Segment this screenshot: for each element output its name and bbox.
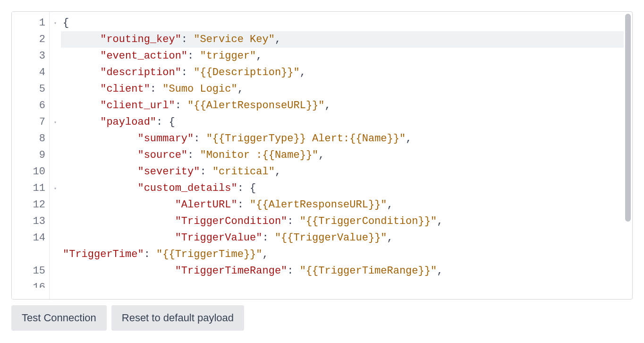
json-punct: , — [387, 232, 393, 244]
json-punct: : — [156, 116, 169, 128]
line-number: 1 — [12, 15, 49, 31]
json-punct: : — [150, 83, 162, 95]
json-punct: : — [287, 265, 299, 277]
json-punct: , — [275, 34, 281, 45]
json-brace: { — [63, 17, 69, 29]
json-key: "severity" — [137, 166, 200, 178]
code-line[interactable]: "client": "Sumo Logic", — [61, 81, 624, 97]
code-area[interactable]: { "routing_key": "Service Key", "event_a… — [61, 12, 624, 299]
json-punct: : — [187, 50, 200, 62]
code-line[interactable]: "payload": { — [61, 114, 624, 130]
fold-toggle-icon[interactable]: ▾ — [54, 186, 57, 191]
line-number: 14 — [12, 230, 49, 246]
line-number: 3 — [12, 48, 49, 64]
json-string: "Monitor :{{Name}}" — [200, 149, 318, 161]
scrollbar[interactable] — [624, 12, 632, 299]
line-number-gutter: 12345678910111213141516 — [12, 12, 50, 299]
json-string: "{{TriggerValue}}" — [275, 232, 387, 244]
scrollbar-thumb[interactable] — [625, 14, 631, 222]
json-key: "TriggerValue" — [175, 232, 263, 244]
json-key: "event_action" — [100, 50, 187, 62]
json-key: "source" — [137, 149, 187, 161]
json-string: "trigger" — [200, 50, 256, 62]
json-string: "{{TriggerCondition}}" — [300, 215, 437, 227]
json-brace: { — [169, 116, 175, 128]
code-line[interactable]: "description": "{{Description}}", — [61, 64, 624, 81]
json-punct: : — [262, 232, 274, 244]
json-punct: : — [194, 133, 206, 145]
line-number: 6 — [12, 97, 49, 114]
fold-toggle-icon[interactable]: ▾ — [54, 20, 57, 26]
json-key: "client_url" — [100, 100, 175, 111]
test-connection-button[interactable]: Test Connection — [11, 305, 107, 331]
code-line[interactable]: "summary": "{{TriggerType}} Alert:{{Name… — [61, 130, 624, 147]
json-key: "TriggerCondition" — [175, 215, 288, 227]
json-punct: : — [237, 199, 250, 211]
code-line[interactable]: "custom_details": { — [61, 180, 624, 197]
line-number: 15 — [12, 263, 49, 279]
json-punct: : — [237, 182, 250, 194]
json-punct: , — [262, 249, 268, 260]
json-key: "AlertURL" — [175, 199, 237, 211]
json-string: "{{TriggerTime}}" — [156, 249, 262, 260]
json-string: "{{AlertResponseURL}}" — [250, 199, 387, 211]
json-string: "{{Description}}" — [194, 67, 299, 78]
code-line-wrapped[interactable]: "TriggerTime": "{{TriggerTime}}", — [61, 246, 624, 263]
json-key: "client" — [100, 83, 150, 95]
code-line[interactable]: "TriggerTimeRange": "{{TriggerTimeRange}… — [61, 263, 624, 279]
json-key: "TriggerTime" — [63, 249, 144, 260]
code-line[interactable]: "TriggerValue": "{{TriggerValue}}", — [61, 230, 624, 246]
code-line[interactable]: "TriggerCondition": "{{TriggerCondition}… — [61, 213, 624, 230]
line-number: 8 — [12, 130, 49, 147]
line-number: 5 — [12, 81, 49, 97]
json-string: "Sumo Logic" — [162, 83, 237, 95]
json-punct: : — [175, 100, 187, 111]
code-line[interactable]: { — [61, 15, 624, 31]
json-punct: , — [437, 265, 443, 277]
json-punct: : — [200, 166, 212, 178]
json-punct: : — [181, 67, 194, 78]
code-line[interactable]: "routing_key": "Service Key", — [61, 31, 624, 48]
json-string: "{{AlertResponseURL}}" — [187, 100, 324, 111]
json-punct: : — [144, 249, 156, 260]
json-key: "payload" — [100, 116, 156, 128]
line-number: 10 — [12, 163, 49, 180]
json-key: "summary" — [137, 133, 194, 145]
line-number: 2 — [12, 31, 49, 48]
json-punct: , — [318, 149, 324, 161]
line-number: 9 — [12, 147, 49, 163]
line-number: 4 — [12, 64, 49, 81]
json-string: "critical" — [212, 166, 275, 178]
json-punct: , — [300, 67, 306, 78]
code-line[interactable]: "severity": "critical", — [61, 163, 624, 180]
code-line[interactable]: "client_url": "{{AlertResponseURL}}", — [61, 97, 624, 114]
json-punct: , — [325, 100, 331, 111]
json-punct: , — [256, 50, 262, 62]
fold-gutter: ▾▾▾ — [50, 12, 61, 299]
line-number: 12 — [12, 197, 49, 213]
json-editor[interactable]: 12345678910111213141516 ▾▾▾ { "routing_k… — [11, 11, 633, 300]
code-line[interactable]: "event_action": "trigger", — [61, 48, 624, 64]
fold-toggle-icon[interactable]: ▾ — [54, 120, 57, 125]
json-punct: , — [437, 215, 443, 227]
json-key: "routing_key" — [100, 34, 181, 45]
json-string: "{{TriggerType}} Alert:{{Name}}" — [206, 133, 406, 145]
json-punct: , — [406, 133, 412, 145]
json-punct: : — [181, 34, 194, 45]
code-line[interactable]: "source": "Monitor :{{Name}}", — [61, 147, 624, 163]
json-key: "custom_details" — [137, 182, 237, 194]
json-string: "{{TriggerTimeRange}}" — [300, 265, 437, 277]
button-row: Test Connection Reset to default payload — [11, 305, 633, 331]
reset-payload-button[interactable]: Reset to default payload — [111, 305, 244, 331]
json-punct: : — [187, 149, 200, 161]
json-brace: { — [250, 182, 256, 194]
json-string: "Service Key" — [194, 34, 275, 45]
line-number: 7 — [12, 114, 49, 130]
json-key: "description" — [100, 67, 181, 78]
json-punct: , — [387, 199, 393, 211]
json-key: "TriggerTimeRange" — [175, 265, 288, 277]
json-punct: : — [287, 215, 299, 227]
json-punct: , — [237, 83, 244, 95]
json-punct: , — [275, 166, 281, 178]
code-line[interactable]: "AlertURL": "{{AlertResponseURL}}", — [61, 197, 624, 213]
